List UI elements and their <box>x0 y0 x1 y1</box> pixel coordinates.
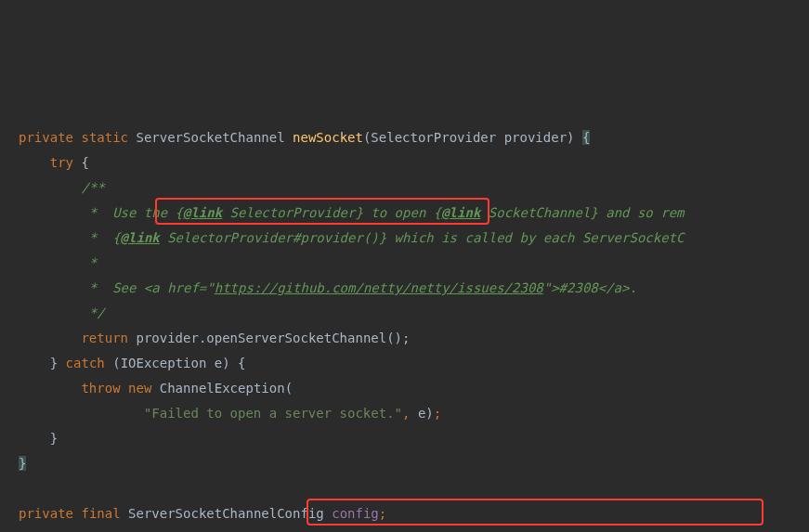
comment: /** <box>81 180 104 195</box>
keyword-private: private <box>19 130 73 145</box>
line-10: } catch (IOException e) { <box>19 356 246 370</box>
method-name: newSocket <box>293 130 363 145</box>
line-4: * Use the {@link SelectorProvider} to op… <box>19 205 685 220</box>
keyword-catch: catch <box>66 356 105 370</box>
comment: * <box>81 255 97 270</box>
keyword-static: static <box>81 130 128 145</box>
exception-class: ChannelException <box>160 381 285 396</box>
line-7: * See <a href="https://github.com/netty/… <box>19 280 637 295</box>
param-name: provider <box>504 130 567 145</box>
comment: * See <a href="https://github.com/netty/… <box>81 280 636 295</box>
keyword-throw: throw <box>81 381 120 396</box>
line-2: try { <box>19 155 89 170</box>
line-8: */ <box>19 305 105 320</box>
line-1: private static ServerSocketChannel newSo… <box>19 130 590 145</box>
keyword-final: final <box>81 506 120 521</box>
line-5: * {@link SelectorProvider#provider()} wh… <box>19 230 684 245</box>
line-3: /** <box>19 180 105 195</box>
comment: */ <box>81 305 104 320</box>
keyword-private: private <box>19 506 73 521</box>
exception-var: e <box>215 356 222 370</box>
comment: * Use the {@link SelectorProvider} to op… <box>81 205 684 220</box>
line-14: } <box>19 456 26 471</box>
line-6: * <box>19 255 97 270</box>
string-literal: "Failed to open a server socket." <box>144 406 402 421</box>
return-type: ServerSocketChannel <box>136 130 284 145</box>
exception-type: IOException <box>121 356 207 370</box>
keyword-new: new <box>128 381 151 396</box>
line-9: return provider.openServerSocketChannel(… <box>19 331 410 345</box>
param-type: SelectorProvider <box>371 130 496 145</box>
line-12: "Failed to open a server socket.", e); <box>19 406 441 421</box>
line-11: throw new ChannelException( <box>19 381 293 396</box>
line-blank <box>19 481 26 496</box>
field-type: ServerSocketChannelConfig <box>128 506 324 521</box>
comment-url[interactable]: https://github.com/netty/netty/issues/23… <box>215 280 543 295</box>
code-editor[interactable]: private static ServerSocketChannel newSo… <box>0 100 809 532</box>
field-name: config <box>332 506 379 521</box>
line-16: private final ServerSocketChannelConfig … <box>19 506 386 521</box>
keyword-return: return <box>81 331 128 345</box>
line-13: } <box>19 431 58 446</box>
comment: * {@link SelectorProvider#provider()} wh… <box>81 230 684 245</box>
return-expression: provider.openServerSocketChannel(); <box>136 331 410 345</box>
keyword-try: try <box>50 155 73 170</box>
